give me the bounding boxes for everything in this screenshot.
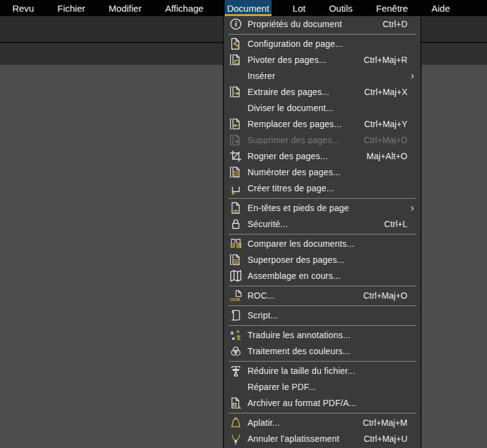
- svg-text:i: i: [235, 20, 237, 28]
- menu-item-shortcut: Ctrl+Maj+M: [363, 418, 414, 428]
- menu-item-creer-titres-de-page[interactable]: Créer titres de page...: [224, 180, 420, 196]
- menu-separator: [228, 198, 416, 199]
- icon-placeholder: [228, 101, 243, 115]
- menu-item-label: Propriétés du document: [248, 19, 342, 29]
- menu-item-shortcut: Ctrl+Maj+Y: [364, 119, 414, 129]
- number-pages-icon: #: [228, 165, 243, 179]
- menu-item-numeroter-des-pages[interactable]: #Numéroter des pages...: [224, 164, 420, 180]
- menu-item-shortcut: Ctrl+Maj+U: [364, 434, 414, 444]
- menubar-item-aide[interactable]: Aide: [429, 0, 452, 16]
- header-footer-icon: [228, 201, 243, 215]
- document-menu: iPropriétés du documentCtrl+DConfigurati…: [223, 16, 422, 448]
- menu-item-diviser-le-document[interactable]: Diviser le document...: [224, 100, 420, 116]
- menu-separator: [228, 286, 416, 286]
- menu-item-label: Assemblage en cours...: [248, 271, 341, 281]
- menu-item-label: Annuler l'aplatissement: [248, 434, 339, 444]
- menu-item-label: Traitement des couleurs...: [248, 346, 351, 356]
- menu-item-label: Réparer le PDF...: [248, 382, 316, 392]
- crop-pages-icon: [228, 149, 243, 163]
- menu-item-rogner-des-pages[interactable]: Rogner des pages...Maj+Alt+O: [224, 148, 420, 164]
- compare-documents-icon: AB: [228, 237, 243, 251]
- menu-item-inserer[interactable]: Insérer›: [224, 68, 420, 84]
- menu-item-aplatir[interactable]: Aplatir...Ctrl+Maj+M: [224, 415, 420, 431]
- menu-item-proprietes-du-document[interactable]: iPropriétés du documentCtrl+D: [224, 16, 420, 32]
- extract-pages-icon: [228, 85, 243, 99]
- menu-item-label: Configuration de page...: [248, 39, 343, 49]
- menu-item-archiver-au-format-pdf-a[interactable]: AArchiver au format PDF/A...: [224, 395, 420, 411]
- menubar-item-lot[interactable]: Lot: [290, 0, 308, 16]
- menu-item-script[interactable]: Script...: [224, 307, 420, 323]
- script-scroll-icon: [228, 309, 243, 322]
- menu-item-superposer-des-pages[interactable]: Superposer des pages...: [224, 252, 420, 268]
- menu-item-traitement-des-couleurs[interactable]: Traitement des couleurs...: [224, 343, 420, 359]
- icon-placeholder: [228, 69, 243, 83]
- submenu-arrow-icon: ›: [407, 70, 414, 82]
- menu-item-label: Extraire des pages...: [248, 87, 330, 97]
- menubar-item-affichage[interactable]: Affichage: [162, 0, 206, 16]
- menu-item-label: Rogner des pages...: [248, 151, 328, 161]
- menu-item-roc[interactable]: OCRROC...Ctrl+Maj+O: [224, 288, 420, 304]
- menu-separator: [228, 413, 416, 413]
- menu-item-label: Superposer des pages...: [248, 255, 344, 265]
- menu-item-shortcut: Maj+Alt+O: [367, 151, 414, 161]
- color-process-icon: [228, 344, 243, 358]
- menubar-item-outils[interactable]: Outils: [327, 0, 355, 16]
- menubar-item-revu[interactable]: Revu: [10, 0, 36, 16]
- reduce-file-size-icon: [228, 364, 243, 378]
- icon-placeholder: [228, 380, 243, 394]
- menu-item-label: Sécurité...: [248, 219, 288, 229]
- menu-item-shortcut: Ctrl+Maj+D: [364, 135, 414, 145]
- menu-item-shortcut: Ctrl+Maj+R: [364, 55, 414, 65]
- menu-item-label: ROC...: [248, 291, 275, 301]
- svg-text:OCR: OCR: [230, 297, 241, 302]
- page-labels-icon: [228, 181, 243, 195]
- menu-separator: [228, 361, 416, 362]
- menu-item-label: Créer titres de page...: [248, 183, 334, 193]
- menu-item-securite[interactable]: Sécurité...Ctrl+L: [224, 216, 420, 232]
- menubar: RevuFichierModifierAffichageDocumentLotO…: [0, 0, 487, 16]
- menu-item-comparer-les-documents[interactable]: ABComparer les documents...: [224, 236, 420, 252]
- flatten-icon: [228, 416, 243, 429]
- menu-item-label: Diviser le document...: [248, 103, 333, 113]
- menu-item-assemblage-en-cours[interactable]: Assemblage en cours...: [224, 268, 420, 284]
- lock-icon: [228, 217, 243, 231]
- svg-text:A: A: [237, 404, 241, 410]
- menu-item-label: En-têtes et pieds de page: [248, 203, 349, 213]
- menu-item-remplacer-des-pages[interactable]: Remplacer des pages...Ctrl+Maj+Y: [224, 116, 420, 132]
- menu-item-extraire-des-pages[interactable]: Extraire des pages...Ctrl+Maj+X: [224, 84, 420, 100]
- menu-item-annuler-l-aplatissement[interactable]: Annuler l'aplatissementCtrl+Maj+U: [224, 431, 420, 447]
- translate-icon: a: [228, 328, 243, 342]
- menu-item-traduire-les-annotations[interactable]: aTraduire les annotations...: [224, 327, 420, 343]
- menu-item-reduire-la-taille-du-fichier[interactable]: Réduire la taille du fichier...: [224, 363, 420, 379]
- pdfa-archive-icon: A: [228, 396, 243, 410]
- menu-item-supprimer-des-pages: Supprimer des pages...Ctrl+Maj+D: [224, 132, 420, 148]
- menu-item-configuration-de-page[interactable]: Configuration de page...: [224, 36, 420, 52]
- menu-separator: [228, 305, 416, 306]
- submenu-arrow-icon: ›: [407, 202, 414, 214]
- info-icon: i: [228, 17, 243, 31]
- ocr-icon: OCR: [228, 289, 243, 302]
- menubar-item-document[interactable]: Document: [225, 0, 272, 16]
- menu-item-shortcut: Ctrl+Maj+X: [364, 87, 414, 97]
- menu-item-label: Numéroter des pages...: [248, 167, 341, 177]
- menu-item-pivoter-des-pages[interactable]: Pivoter des pages...Ctrl+Maj+R: [224, 52, 420, 68]
- assemble-map-icon: [228, 269, 243, 283]
- menu-separator: [228, 34, 416, 35]
- svg-text:a: a: [230, 330, 234, 336]
- menu-item-label: Archiver au format PDF/A...: [248, 398, 357, 408]
- menu-item-label: Réduire la taille du fichier...: [248, 366, 355, 376]
- svg-text:B: B: [238, 243, 241, 247]
- menubar-item-fenetre[interactable]: Fenêtre: [373, 0, 410, 16]
- menu-item-reparer-le-pdf[interactable]: Réparer le PDF...: [224, 379, 420, 395]
- rotate-pages-icon: [228, 53, 243, 67]
- menu-item-en-tetes-et-pieds-de-page[interactable]: En-têtes et pieds de page›: [224, 200, 420, 216]
- menu-item-label: Remplacer des pages...: [248, 119, 341, 129]
- app-window: RevuFichierModifierAffichageDocumentLotO…: [0, 0, 487, 448]
- menubar-item-fichier[interactable]: Fichier: [55, 0, 88, 16]
- unflatten-icon: [228, 432, 243, 446]
- menu-separator: [228, 325, 416, 326]
- menu-item-label: Supprimer des pages...: [248, 135, 339, 145]
- page-setup-icon: [228, 37, 243, 51]
- menubar-item-modifier[interactable]: Modifier: [106, 0, 144, 16]
- menu-item-label: Aplatir...: [248, 418, 280, 428]
